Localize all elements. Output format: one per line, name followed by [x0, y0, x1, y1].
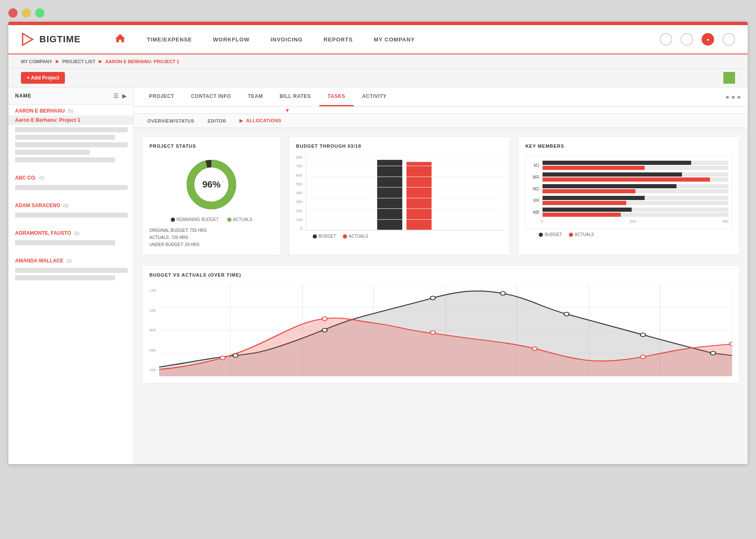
sidebar-client-aaron-badge: (5) — [68, 109, 73, 113]
sidebar-client-abc-name[interactable]: ABC CO. — [15, 175, 36, 181]
bar-legend-actuals-label: ACTUALS — [349, 234, 368, 239]
nav-reports[interactable]: REPORTS — [324, 36, 353, 43]
members-legend: BUDGET ACTUALS — [525, 232, 732, 237]
sidebar-project-aaron-1[interactable]: Aaron E Berhanu: Project 1 — [8, 116, 134, 125]
key-members-title: KEY MEMBERS — [525, 144, 732, 149]
close-button[interactable] — [8, 8, 18, 18]
tab-tasks[interactable]: TASKS — [319, 87, 354, 106]
sidebar-client-aaron-name[interactable]: AARON E BERHANU — [15, 108, 65, 114]
tab-bill-rates[interactable]: BILL RATES — [271, 87, 319, 106]
tab-project[interactable]: PROJECT — [141, 87, 183, 106]
actuals-point-4 — [532, 347, 537, 351]
actuals-point-1 — [220, 356, 225, 360]
y-axis-100: 100 — [296, 218, 302, 222]
nav-time-expense[interactable]: TIME/EXPENSE — [147, 36, 192, 43]
member-md-actuals-bar — [543, 189, 635, 193]
minimize-button[interactable] — [22, 8, 31, 18]
sidebar-client-agramonte-badge: (1) — [74, 231, 79, 236]
donut-percentage: 96% — [202, 179, 221, 190]
sidebar-placeholder-abc-1 — [15, 185, 128, 190]
home-icon[interactable] — [114, 32, 126, 46]
sidebar-placeholder-4 — [15, 150, 90, 155]
legend-dot-remaining — [171, 218, 175, 222]
breadcrumb-sep-1: ▶ — [56, 59, 59, 64]
main-navigation: BIGTIME TIME/EXPENSE WORKFLOW INVOICING … — [8, 25, 748, 54]
sidebar-client-amanda-name[interactable]: AMANDA WALLACE — [15, 258, 64, 264]
tab-more[interactable]: ●●● — [725, 93, 741, 101]
sidebar-placeholder-5 — [15, 157, 115, 162]
member-mr-initials: MR — [529, 175, 539, 180]
actuals-point-3 — [430, 331, 435, 334]
member-rr-actuals-bar — [543, 201, 626, 205]
line-chart-svg — [159, 284, 732, 376]
sub-tab-allocations[interactable]: ▶ ALLOCATIONS — [233, 114, 288, 128]
sidebar-project-aaron-name[interactable]: Aaron E Berhanu: Project 1 — [15, 117, 80, 123]
sidebar-client-adam: ADAM SARACENO (5) — [8, 199, 134, 210]
sub-tab-allocations-label: ALLOCATIONS — [246, 118, 281, 123]
budget-point-5 — [564, 312, 569, 316]
nav-my-company[interactable]: MY COMPANY — [374, 36, 415, 43]
breadcrumb-action-row: MY COMPANY ▶ PROJECT LIST ▶ AARON E BERH… — [8, 54, 748, 69]
sidebar-client-abc: ABC CO. (1) — [8, 172, 134, 182]
bar-chart-legend: BUDGET ACTUALS — [296, 234, 503, 239]
budget-point-3 — [430, 296, 435, 300]
y-axis-300: 300 — [296, 200, 302, 204]
budget-stats: ORIGINAL BUDGET: 755 HRS ACTUALS: 726 HR… — [149, 227, 273, 248]
y-axis-700: 700 — [296, 164, 302, 168]
breadcrumb-current-project[interactable]: AARON E BERHANU: PROJECT 1 — [105, 59, 180, 64]
tab-bar: PROJECT CONTACT INFO TEAM BILL RATES TAS… — [134, 87, 748, 107]
y-axis-400: 400 — [296, 191, 302, 195]
logo-text: BIGTIME — [39, 34, 81, 45]
sidebar-client-amanda-badge: (1) — [67, 259, 72, 263]
sidebar-client-adam-name[interactable]: ADAM SARACENO — [15, 203, 60, 208]
add-project-button[interactable]: + Add Project — [21, 72, 65, 84]
budget-point-6 — [640, 333, 645, 337]
nav-invoicing[interactable]: INVOICING — [270, 36, 303, 43]
members-legend-actuals-label: ACTUALS — [575, 232, 594, 237]
members-legend-budget-label: BUDGET — [545, 232, 562, 237]
notification-icon[interactable]: ● — [702, 33, 714, 46]
sidebar-header-title: NAME — [15, 93, 31, 99]
nav-icon-3[interactable] — [723, 33, 735, 46]
sub-tab-overview[interactable]: OVERVIEW/STATUS — [141, 114, 201, 128]
nav-icon-1[interactable] — [660, 33, 672, 46]
green-square-icon[interactable] — [723, 72, 735, 84]
sidebar-placeholder-2 — [15, 135, 115, 140]
breadcrumb-my-company[interactable]: MY COMPANY — [21, 59, 52, 64]
donut-legend: REMAINING BUDGET ACTUALS — [171, 217, 252, 222]
breadcrumb-project-list[interactable]: PROJECT LIST — [62, 59, 95, 64]
sidebar-expand-icon[interactable]: ▶ — [122, 92, 127, 99]
legend-dot-actuals — [227, 218, 231, 222]
member-row-mb: MB — [529, 208, 728, 217]
member-mb-budget-bar — [543, 208, 632, 212]
line-chart-area: 120 100 806 040 200 — [149, 284, 732, 376]
budget-point-7 — [710, 352, 715, 355]
line-y-806: 806 — [149, 328, 156, 332]
logo[interactable]: BIGTIME — [21, 32, 81, 47]
sidebar-list-icon[interactable]: ☰ — [113, 92, 119, 99]
tab-contact-info[interactable]: CONTACT INFO — [183, 87, 239, 106]
tab-team[interactable]: TEAM — [239, 87, 271, 106]
bar-legend-budget-label: BUDGET — [319, 234, 336, 239]
members-legend-dot-budget — [539, 233, 543, 237]
actuals-point-6 — [730, 342, 732, 346]
y-axis-0: 0 — [296, 226, 302, 231]
member-mb-actuals-bar — [543, 213, 620, 217]
y-axis-600: 600 — [296, 173, 302, 177]
bar-legend-dot-actuals — [343, 234, 347, 239]
bar-actuals — [406, 162, 432, 230]
legend-actuals-label: ACTUALS — [233, 217, 252, 222]
donut-chart: 96% — [182, 155, 241, 214]
nav-icons: ● — [660, 33, 735, 46]
sub-tab-editor[interactable]: EDITOR — [201, 114, 233, 128]
members-legend-budget: BUDGET — [539, 232, 562, 237]
maximize-button[interactable] — [35, 8, 44, 18]
sidebar-client-agramonte-name[interactable]: AGRAMONTE, FAUSTO — [15, 230, 71, 236]
sidebar-placeholder-adam-1 — [15, 213, 128, 218]
nav-workflow[interactable]: WORKFLOW — [213, 36, 249, 43]
nav-icon-2[interactable] — [681, 33, 693, 46]
tab-activity[interactable]: ACTIVITY — [354, 87, 395, 106]
sidebar-header-icons: ☰ ▶ — [113, 92, 127, 99]
bar-chart-area: 800 700 600 500 400 300 200 100 0 — [296, 155, 503, 231]
budget-chart-card: BUDGET THROUGH 03/18 800 700 600 500 400… — [289, 136, 510, 255]
